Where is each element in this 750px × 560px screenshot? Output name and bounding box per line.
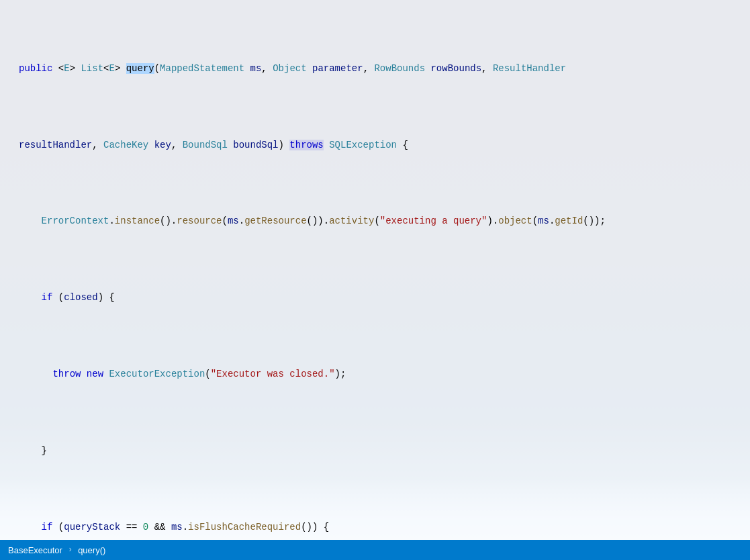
code-line-3: ErrorContext.instance().resource(ms.getR… — [0, 213, 750, 229]
status-bar: BaseExecutor › query() — [0, 540, 750, 560]
code-line-5: throw new ExecutorException("Executor wa… — [0, 366, 750, 382]
code-line-4: if (closed) { — [0, 289, 750, 306]
line-6-content: } — [19, 443, 750, 458]
code-line-2: resultHandler, CacheKey key, BoundSql bo… — [0, 137, 750, 153]
code-content: public <E> List<E> query(MappedStatement… — [0, 0, 750, 540]
code-panel[interactable]: public <E> List<E> query(MappedStatement… — [0, 0, 750, 540]
line-5-content: throw new ExecutorException("Executor wa… — [19, 367, 750, 381]
editor-container: public <E> List<E> query(MappedStatement… — [0, 0, 750, 560]
line-1-content: public <E> List<E> query(MappedStatement… — [19, 61, 750, 76]
line-4-content: if (closed) { — [19, 290, 750, 305]
code-line-6: } — [0, 442, 750, 459]
line-2-content: resultHandler, CacheKey key, BoundSql bo… — [19, 138, 750, 152]
line-7-content: if (queryStack == 0 && ms.isFlushCacheRe… — [19, 520, 750, 534]
status-class[interactable]: BaseExecutor — [8, 545, 62, 555]
line-3-content: ErrorContext.instance().resource(ms.getR… — [19, 214, 750, 228]
code-line-1: public <E> List<E> query(MappedStatement… — [0, 60, 750, 77]
status-method[interactable]: query() — [78, 545, 105, 555]
status-separator: › — [68, 545, 73, 555]
code-line-7: if (queryStack == 0 && ms.isFlushCacheRe… — [0, 519, 750, 535]
